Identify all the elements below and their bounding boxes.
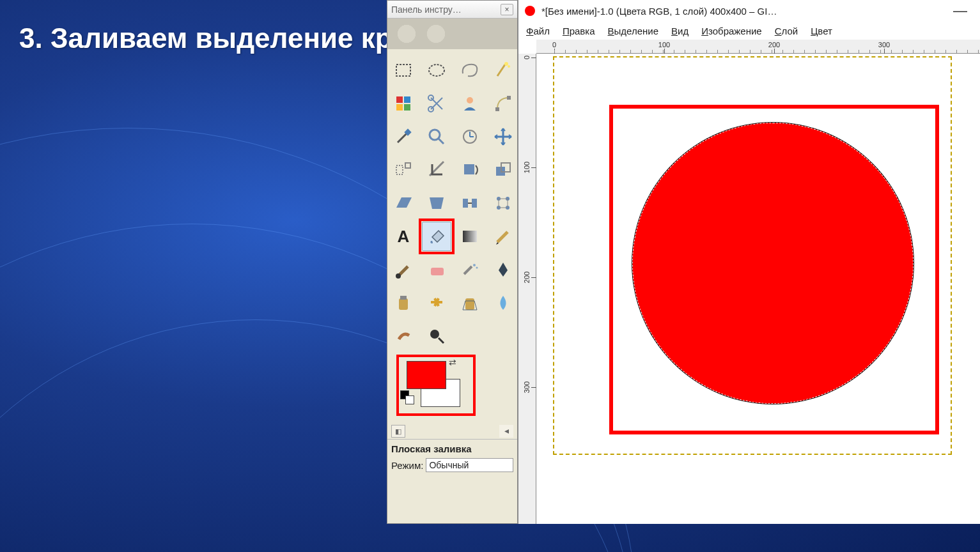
fuzzy-select-tool[interactable] — [488, 56, 518, 85]
svg-point-10 — [467, 97, 473, 103]
free-select-icon — [459, 59, 481, 81]
minimize-button[interactable]: — — [947, 3, 974, 19]
crop-tool[interactable] — [422, 155, 451, 185]
svg-point-31 — [473, 264, 476, 266]
mode-select[interactable]: Обычный — [426, 458, 513, 472]
scale-icon — [492, 159, 514, 181]
svg-rect-33 — [399, 298, 408, 310]
crop-icon — [426, 159, 447, 181]
zoom-icon — [426, 126, 447, 148]
smudge-tool[interactable] — [389, 321, 418, 351]
eraser-icon — [426, 259, 447, 280]
svg-rect-17 — [405, 163, 410, 168]
measure-icon — [459, 126, 481, 148]
pencil-icon — [492, 226, 514, 247]
color-highlight-box — [396, 355, 476, 416]
toolbox-titlebar[interactable]: Панель инстру… × — [387, 1, 517, 19]
gimp-windows: Панель инстру… × — [387, 0, 980, 524]
rect-select-tool[interactable] — [389, 56, 418, 85]
align-icon — [393, 159, 414, 181]
svg-rect-6 — [396, 104, 403, 111]
svg-rect-16 — [396, 165, 403, 174]
menu-image[interactable]: Изображение — [701, 26, 762, 36]
red-filled-circle — [632, 123, 914, 404]
svg-rect-0 — [396, 65, 410, 76]
smudge-icon — [393, 325, 414, 347]
svg-point-3 — [508, 65, 510, 68]
toolbox-close-button[interactable]: × — [501, 4, 513, 15]
align-tool[interactable] — [389, 155, 418, 185]
canvas-viewport[interactable] — [536, 54, 980, 524]
paths-icon — [492, 93, 514, 114]
move-tool[interactable] — [488, 122, 518, 151]
dock-menu-button[interactable]: ◂ — [499, 425, 513, 438]
svg-rect-7 — [404, 104, 410, 111]
image-window-titlebar[interactable]: *[Без имени]-1.0 (Цвета RGB, 1 слой) 400… — [518, 0, 980, 22]
blend-icon — [459, 226, 481, 247]
pencil-tool[interactable] — [488, 222, 518, 251]
scale-tool[interactable] — [488, 155, 518, 185]
bucket-fill-tool[interactable] — [422, 222, 451, 251]
eraser-tool[interactable] — [422, 255, 451, 284]
svg-point-36 — [430, 330, 439, 339]
paintbrush-tool[interactable] — [389, 255, 418, 284]
blur-icon — [492, 292, 514, 314]
menu-edit[interactable]: Правка — [563, 26, 595, 36]
svg-point-14 — [430, 130, 440, 140]
clone-tool[interactable] — [389, 288, 418, 318]
svg-rect-21 — [463, 199, 468, 208]
measure-tool[interactable] — [455, 122, 485, 151]
foreground-select-tool[interactable] — [455, 89, 485, 118]
svg-rect-30 — [431, 268, 444, 275]
text-tool[interactable]: A — [389, 222, 418, 251]
heal-icon — [426, 292, 447, 314]
rect-select-icon — [393, 59, 414, 81]
tool-options: Плоская заливка Режим: Обычный — [387, 439, 517, 476]
svg-rect-35 — [465, 298, 474, 310]
by-color-select-icon — [393, 93, 414, 114]
flip-tool[interactable] — [455, 188, 485, 218]
scissors-tool[interactable] — [422, 89, 451, 118]
vertical-ruler[interactable]: 0100200300 — [518, 54, 536, 524]
color-swatch-area: ⇄ — [387, 353, 517, 424]
menu-file[interactable]: Файл — [526, 26, 550, 36]
toolbox-title: Панель инстру… — [391, 4, 462, 15]
perspective-clone-icon — [459, 292, 481, 314]
svg-rect-34 — [400, 296, 407, 300]
svg-rect-4 — [396, 96, 403, 103]
ellipse-select-icon — [426, 59, 447, 81]
paths-tool[interactable] — [488, 89, 518, 118]
zoom-tool[interactable] — [422, 122, 451, 151]
dock-toggle-button[interactable]: ◧ — [391, 425, 405, 438]
heal-tool[interactable] — [422, 288, 451, 318]
canvas-area: 0100200300 0100200300 — [518, 40, 980, 524]
rotate-tool[interactable] — [455, 155, 485, 185]
menu-select[interactable]: Выделение — [608, 26, 659, 36]
rotate-icon — [459, 159, 481, 181]
menu-view[interactable]: Вид — [671, 26, 688, 36]
clone-icon — [393, 292, 414, 314]
cage-tool[interactable] — [488, 188, 518, 218]
menu-layer[interactable]: Слой — [775, 26, 798, 36]
dock-buttons-row: ◧ ◂ — [387, 424, 517, 439]
text-icon: A — [393, 226, 414, 247]
by-color-select-tool[interactable] — [389, 89, 418, 118]
image-window: *[Без имени]-1.0 (Цвета RGB, 1 слой) 400… — [518, 0, 980, 524]
horizontal-ruler[interactable]: 0100200300 — [536, 40, 980, 54]
perspective-clone-tool[interactable] — [455, 288, 485, 318]
airbrush-tool[interactable] — [455, 255, 485, 284]
shear-tool[interactable] — [389, 188, 418, 218]
ink-tool[interactable] — [488, 255, 518, 284]
mode-label: Режим: — [391, 460, 423, 471]
ink-icon — [492, 259, 514, 280]
ellipse-select-tool[interactable] — [422, 56, 451, 85]
menu-color[interactable]: Цвет — [811, 26, 832, 36]
dodge-tool[interactable] — [422, 321, 451, 351]
free-select-tool[interactable] — [455, 56, 485, 85]
color-picker-tool[interactable] — [389, 122, 418, 151]
svg-point-2 — [504, 62, 508, 66]
perspective-tool[interactable] — [422, 188, 451, 218]
blend-tool[interactable] — [455, 222, 485, 251]
svg-rect-28 — [463, 231, 477, 242]
blur-tool[interactable] — [488, 288, 518, 318]
